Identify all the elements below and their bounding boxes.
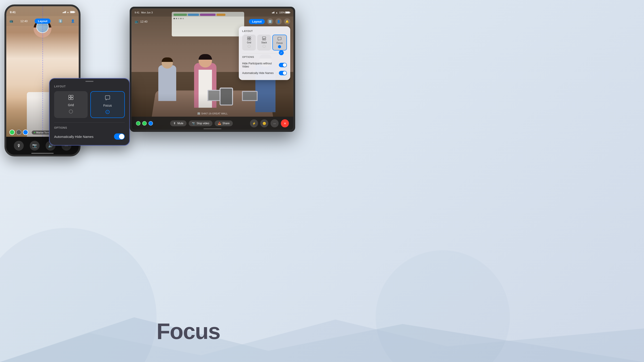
settings-layout-title: LAYOUT — [242, 30, 287, 32]
hide-participants-toggle[interactable] — [279, 63, 287, 67]
ipad-emoji-button[interactable]: 😊 — [260, 119, 268, 127]
ipad-indicator-1 — [136, 121, 140, 126]
auto-hide-names-ipad-toggle[interactable] — [279, 71, 287, 75]
ipad-video-icon: 📺 — [134, 20, 138, 23]
svg-rect-8 — [247, 37, 249, 38]
panel-divider — [54, 122, 125, 123]
room-name: SHN7-16-GREAT WALL — [201, 112, 228, 115]
ipad-bottom-center: 🎙 Mute 📷 Stop video 📤 Share — [170, 120, 232, 126]
phone-mute-button[interactable]: 🎙 — [14, 141, 24, 151]
phone-video-icon: 📺 — [10, 19, 13, 23]
mute-label: Mute — [177, 122, 183, 125]
phone-home-indicator — [31, 153, 54, 154]
focus-icon — [105, 95, 110, 102]
stop-video-label: Stop video — [196, 122, 209, 125]
ipad-battery-pct: 100% — [279, 11, 285, 14]
signal-bars-icon — [62, 11, 66, 13]
ipad-status-left: 9:41 Mon Jun 3 — [134, 11, 153, 14]
bottom-decoration — [0, 306, 644, 362]
phone-status-icons: ▲ — [62, 11, 75, 13]
svg-rect-4 — [69, 98, 71, 100]
wifi-icon: ▲ — [67, 11, 69, 13]
ipad-header-time: 12:40 — [140, 20, 148, 23]
panel-focus-option[interactable]: Focus ✓ — [90, 91, 125, 118]
ipad-indicator-3 — [148, 121, 153, 126]
settings-grid-option[interactable]: Grid — [242, 35, 256, 50]
bluetooth-icon: ⚡ — [252, 122, 256, 125]
ipad-status-bar: 9:41 Mon Jun 3 ▲ 100% — [132, 8, 294, 16]
svg-rect-12 — [262, 37, 266, 39]
ipad-more-button[interactable]: 🔔 — [284, 18, 290, 24]
stop-video-icon: 📷 — [192, 122, 195, 125]
ipad-more-options-button[interactable]: ··· — [270, 119, 278, 127]
focus-page-label: Focus — [156, 319, 220, 344]
ipad-header-right: Layout ℹ️ 👤 🔔 — [249, 18, 290, 24]
svg-rect-9 — [249, 37, 251, 38]
ipad-bottom-bar: 🎙 Mute 📷 Stop video 📤 Share ⚡ — [132, 117, 294, 130]
svg-rect-13 — [262, 39, 264, 40]
panel-layout-options: Grid Focus ✓ — [54, 91, 125, 118]
ipad-home-indicator — [204, 128, 222, 129]
ipad-end-call-button[interactable]: ✕ — [281, 119, 289, 127]
settings-stack-option[interactable]: Stack — [257, 35, 271, 50]
panel-options-title: OPTIONS — [54, 126, 125, 129]
auto-hide-names-row: Automatically Hide Names — [54, 132, 125, 141]
layout-panel: LAYOUT Grid Focus — [49, 78, 130, 145]
settings-stack-icon — [262, 36, 266, 40]
name-dot-icon — [34, 132, 35, 133]
hide-participants-row: Hide Participants without Video — [242, 60, 287, 69]
battery-icon — [70, 11, 75, 13]
svg-rect-14 — [264, 39, 266, 40]
ipad-wifi-icon: ▲ — [276, 11, 278, 14]
ipad-status-right: ▲ 100% — [272, 11, 290, 14]
settings-focus-icon — [278, 37, 282, 41]
svg-rect-10 — [247, 39, 249, 40]
emoji-icon: 😊 — [262, 122, 266, 125]
ipad-bluetooth-button[interactable]: ⚡ — [250, 119, 258, 127]
phone-video-button[interactable]: 📷 — [30, 141, 40, 151]
svg-rect-7 — [105, 100, 107, 100]
panel-grid-option[interactable]: Grid — [54, 91, 88, 118]
auto-hide-names-ipad-label: Automatically Hide Names — [242, 71, 274, 75]
svg-rect-2 — [69, 95, 71, 97]
settings-focus-option[interactable]: Focus — [272, 35, 287, 50]
settings-grid-icon — [247, 36, 251, 40]
panel-layout-title: LAYOUT — [54, 85, 125, 88]
phone-header-time: 12:40 — [20, 19, 28, 23]
ipad-bottom-left — [136, 121, 153, 126]
phone-info-icon[interactable]: ℹ️ — [58, 18, 63, 24]
ipad-indicator-2 — [142, 121, 147, 126]
ipad-participants-button[interactable]: 👤 — [276, 18, 282, 24]
settings-layout-options: Grid Stack — [242, 35, 287, 50]
phone-layout-button[interactable]: Layout — [35, 18, 50, 24]
ipad-status-date: Mon Jun 3 — [141, 11, 152, 14]
room-icon: 🏢 — [197, 112, 200, 115]
grid-label: Grid — [68, 103, 74, 107]
phone-participants-icon[interactable]: 👤 — [70, 18, 76, 24]
mute-icon: 🎙 — [173, 122, 176, 125]
ipad-layout-button[interactable]: Layout — [249, 19, 265, 24]
hide-participants-toggle-knob — [283, 63, 286, 67]
ipad-share-button[interactable]: 📤 Share — [215, 120, 233, 126]
svg-rect-15 — [278, 37, 281, 40]
toggle-knob — [119, 134, 124, 139]
ipad-status-time: 9:41 — [134, 11, 139, 14]
ipad-settings-panel: LAYOUT Grid — [239, 26, 290, 80]
ipad-header-left: 📺 12:40 — [134, 20, 148, 23]
ipad-info-button[interactable]: ℹ️ — [267, 18, 273, 24]
svg-rect-5 — [71, 98, 73, 100]
svg-rect-3 — [71, 95, 73, 97]
hide-participants-label: Hide Participants without Video — [242, 62, 279, 68]
ipad-mute-button[interactable]: 🎙 Mute — [170, 120, 186, 126]
settings-stack-radio — [262, 45, 266, 48]
ipad-mockup: 🏢 SHN7-16-GREAT WALL 9:41 Mon Jun 3 ▲ — [130, 7, 295, 132]
settings-grid-label: Grid — [247, 41, 251, 44]
settings-options-title: OPTIONS — [242, 56, 287, 58]
ipad-signal-icon — [272, 12, 274, 13]
svg-rect-6 — [105, 96, 110, 99]
grid-radio — [69, 109, 73, 113]
auto-hide-names-toggle[interactable] — [114, 133, 125, 140]
ipad-frame: 🏢 SHN7-16-GREAT WALL 9:41 Mon Jun 3 ▲ — [130, 7, 295, 132]
ipad-stop-video-button[interactable]: 📷 Stop video — [189, 120, 212, 126]
ipad-bottom-right: ⚡ 😊 ··· ✕ — [250, 119, 289, 127]
